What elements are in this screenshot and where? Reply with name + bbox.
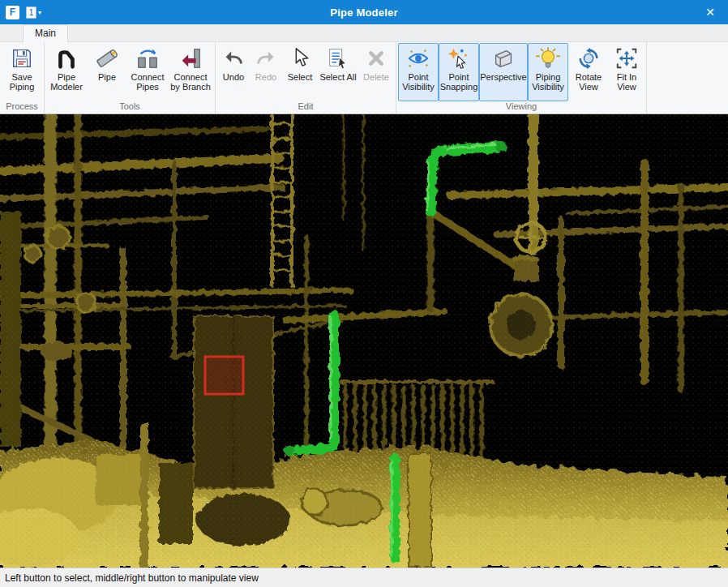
select-cursor-icon: [288, 46, 312, 71]
piping-visibility-bulb-icon: [536, 46, 560, 71]
rotate-view-button[interactable]: Rotate View: [568, 43, 609, 101]
ribbon-group-viewing: Point Visibility Point Snapping Perspect…: [396, 42, 647, 114]
app-icon[interactable]: F: [6, 6, 19, 19]
ribbon-group-tools: Pipe Modeler Pipe Connect Pipes: [45, 42, 216, 114]
close-button[interactable]: ✕: [692, 0, 728, 24]
pipe-modeler-icon: [54, 46, 79, 71]
undo-icon: [221, 46, 246, 71]
tab-main[interactable]: Main: [23, 24, 68, 42]
select-button[interactable]: Select: [282, 43, 318, 101]
quick-access-toolbar[interactable]: 1 ▾: [26, 6, 41, 19]
point-snapping-icon: [447, 46, 471, 71]
connect-pipes-button[interactable]: Connect Pipes: [127, 43, 168, 101]
pipe-button[interactable]: Pipe: [87, 43, 127, 101]
point-snapping-button[interactable]: Point Snapping: [439, 43, 479, 101]
titlebar[interactable]: F 1 ▾ Pipe Modeler ✕: [0, 0, 728, 24]
select-all-icon: [326, 46, 350, 71]
save-piping-label: Save Piping: [3, 72, 41, 92]
fit-in-view-icon: [615, 46, 639, 71]
pointcloud-scene[interactable]: [0, 114, 728, 568]
ribbon-group-process: Save Piping Process: [0, 42, 45, 114]
qat-dropdown-caret-icon[interactable]: ▾: [38, 9, 41, 16]
viewport-3d[interactable]: [0, 114, 728, 568]
connect-by-branch-button[interactable]: Connect by Branch: [168, 43, 213, 101]
perspective-box-icon: [491, 46, 516, 71]
fit-in-view-button[interactable]: Fit In View: [609, 43, 644, 101]
connect-pipes-icon: [135, 46, 160, 71]
group-label-viewing: Viewing: [396, 101, 646, 114]
ribbon-group-edit: Undo Redo Select: [216, 42, 396, 114]
ribbon: Save Piping Process Pipe Modeler Pipe: [0, 42, 728, 114]
pipe-modeler-button[interactable]: Pipe Modeler: [46, 43, 87, 101]
group-label-process: Process: [0, 101, 44, 114]
redo-button[interactable]: Redo: [250, 43, 282, 101]
qat-page-icon[interactable]: 1: [26, 6, 36, 19]
group-label-edit: Edit: [216, 101, 396, 114]
statusbar: Left button to select, middle/right butt…: [0, 568, 728, 587]
point-visibility-eye-icon: [406, 46, 430, 71]
perspective-button[interactable]: Perspective: [479, 43, 528, 101]
group-label-tools: Tools: [45, 101, 215, 114]
redo-icon: [254, 46, 278, 71]
close-icon: ✕: [705, 6, 715, 19]
point-visibility-button[interactable]: Point Visibility: [398, 43, 439, 101]
select-all-button[interactable]: Select All: [318, 43, 358, 101]
undo-button[interactable]: Undo: [217, 43, 250, 101]
save-piping-button[interactable]: Save Piping: [2, 43, 42, 101]
pointcloud-noise-overlay: [0, 114, 728, 568]
delete-icon: [364, 46, 388, 71]
ribbon-tab-row: Main: [0, 24, 728, 42]
ribbon-spacer: [647, 42, 728, 114]
pipe-modeler-window: F 1 ▾ Pipe Modeler ✕ Main Save Piping Pr…: [0, 0, 728, 587]
delete-button[interactable]: Delete: [358, 43, 394, 101]
pipe-icon: [95, 46, 119, 71]
statusbar-hint-text: Left button to select, middle/right butt…: [5, 572, 259, 584]
save-piping-icon: [10, 46, 34, 71]
piping-visibility-button[interactable]: Piping Visibility: [528, 43, 568, 101]
window-title: Pipe Modeler: [330, 6, 397, 19]
connect-by-branch-icon: [178, 46, 203, 71]
rotate-view-icon: [576, 46, 601, 71]
